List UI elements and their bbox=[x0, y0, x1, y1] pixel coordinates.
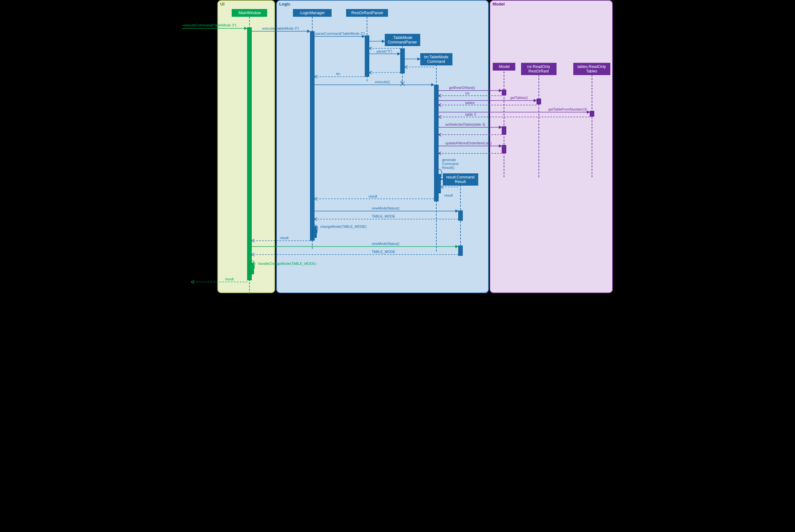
msg-update-filtered: updateFilteredOrderItemList() bbox=[446, 141, 492, 145]
msg-new-mode-status: newModeStatus() bbox=[372, 206, 400, 210]
msg-change-mode: changeMode(TABLE_MODE) bbox=[320, 225, 367, 228]
msg-result: result bbox=[368, 194, 377, 198]
msg-get-table-from-number: getTableFromNumber(3) bbox=[548, 107, 587, 111]
msg-ror-return: ror bbox=[465, 91, 470, 95]
msg-execute: execute("tableMode 3") bbox=[262, 26, 299, 30]
msg-tm: tm bbox=[337, 72, 340, 76]
msg-set-selected: setSelectedTable(table 3) bbox=[446, 122, 485, 126]
msg-table3-return: table 3 bbox=[465, 112, 476, 116]
msg-get-tables: getTables() bbox=[510, 96, 528, 99]
msg-get-ror: getRestOrRant() bbox=[449, 86, 475, 90]
msg-result-final: result bbox=[225, 277, 234, 281]
msg-tables-return: tables bbox=[465, 101, 475, 105]
msg-table-mode: TABLE_MODE bbox=[372, 214, 395, 218]
msg-parse: parse("3") bbox=[377, 49, 393, 53]
msg-table-mode2: TABLE_MODE bbox=[372, 250, 395, 253]
msg-new-mode-status2: newModeStatus() bbox=[372, 242, 400, 246]
msg-generate: generate Command Result() bbox=[442, 158, 458, 170]
msg-parse-command: parseCommand("tableMode 3") bbox=[316, 32, 365, 35]
msg-execute-command: executeCommand("tableMode 3") bbox=[183, 23, 236, 27]
msg-result-inner: result bbox=[444, 193, 453, 197]
arrows-svg bbox=[182, 0, 613, 295]
msg-execute2: execute() bbox=[375, 80, 390, 84]
msg-result2: result bbox=[280, 236, 289, 240]
msg-handle-change-mode: handleChangeMode(TABLE_MODE) bbox=[259, 262, 317, 266]
